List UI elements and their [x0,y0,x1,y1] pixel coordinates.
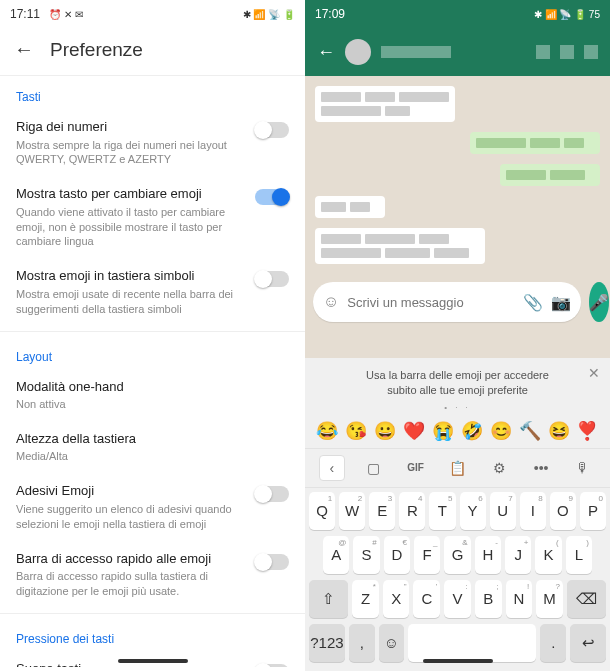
key-j[interactable]: J+ [505,536,531,574]
toggle[interactable] [255,486,289,502]
key-l[interactable]: L) [566,536,592,574]
message-in [315,196,385,218]
key-u[interactable]: U7 [490,492,516,530]
key-x[interactable]: X" [383,580,410,618]
emoji-icon[interactable]: ☺ [323,293,339,311]
symbols-key[interactable]: ?123 [309,624,345,662]
key-q[interactable]: Q1 [309,492,335,530]
key-h[interactable]: H- [475,536,501,574]
emoji-item[interactable]: 😆 [548,420,570,442]
key-t[interactable]: T5 [429,492,455,530]
section-pressione: Pressione dei tasti [0,618,305,652]
space-key[interactable] [408,624,536,662]
chat-header: ← [305,28,610,76]
key-v[interactable]: V: [444,580,471,618]
row-title: Riga dei numeri [16,118,247,136]
emoji-item[interactable]: 😂 [316,420,338,442]
enter-key[interactable]: ↩ [570,624,606,662]
toggle[interactable] [255,271,289,287]
attach-icon[interactable]: 📎 [523,293,543,312]
shift-key[interactable]: ⇧ [309,580,348,618]
emoji-item[interactable]: 😭 [432,420,454,442]
key-a[interactable]: A@ [323,536,349,574]
more-icon[interactable]: ••• [528,455,554,481]
key-d[interactable]: D€ [384,536,410,574]
row-sub: Quando viene attivato il tasto per cambi… [16,205,247,250]
key-c[interactable]: C' [413,580,440,618]
key-o[interactable]: O9 [550,492,576,530]
key-p[interactable]: P0 [580,492,606,530]
mic-icon[interactable]: 🎙 [570,455,596,481]
toggle[interactable] [255,122,289,138]
emoji-item[interactable]: 🔨 [519,420,541,442]
key-b[interactable]: B; [475,580,502,618]
back-icon[interactable]: ← [317,42,335,63]
row-emoji-quickbar[interactable]: Barra di accesso rapido alle emoji Barra… [0,542,305,609]
toggle[interactable] [255,554,289,570]
key-k[interactable]: K( [535,536,561,574]
camera-icon[interactable]: 📷 [551,293,571,312]
key-s[interactable]: S# [353,536,379,574]
key-e[interactable]: E3 [369,492,395,530]
status-time: 17:11 [10,7,40,21]
row-title: Mostra tasto per cambiare emoji [16,185,247,203]
close-icon[interactable]: ✕ [588,364,600,384]
header: ← Preferenze [0,28,305,76]
row-riga-numeri[interactable]: Riga dei numeri Mostra sempre la riga de… [0,110,305,177]
sticker-icon[interactable]: ▢ [361,455,387,481]
row-emoji-stickers[interactable]: Adesivi Emoji Viene suggerito un elenco … [0,474,305,541]
gif-button[interactable]: GIF [403,455,429,481]
key-n[interactable]: N! [506,580,533,618]
emoji-item[interactable]: 🤣 [461,420,483,442]
keyboard-panel: Usa la barra delle emoji per accedere su… [305,358,610,671]
chat-title-blurred [381,46,451,58]
emoji-item[interactable]: 😘 [345,420,367,442]
row-kbheight[interactable]: Altezza della tastiera Media/Alta [0,422,305,474]
row-title: Barra di accesso rapido alle emoji [16,550,247,568]
back-icon[interactable]: ← [14,38,34,61]
toggle[interactable] [255,189,289,205]
nav-handle[interactable] [423,659,493,663]
nav-handle[interactable] [118,659,188,663]
key-w[interactable]: W2 [339,492,365,530]
gear-icon[interactable]: ⚙ [486,455,512,481]
key-r[interactable]: R4 [399,492,425,530]
row-title: Mostra emoji in tastiera simboli [16,267,247,285]
tip-dots: • · · [305,403,610,416]
section-layout: Layout [0,336,305,370]
avatar[interactable] [345,39,371,65]
row-emoji-key[interactable]: Mostra tasto per cambiare emoji Quando v… [0,177,305,259]
emoji-item[interactable]: ❣️ [576,420,598,442]
key-y[interactable]: Y6 [460,492,486,530]
chevron-left-icon[interactable]: ‹ [319,455,345,481]
clipboard-icon[interactable]: 📋 [444,455,470,481]
row-sub: Mostra emoji usate di recente nella barr… [16,287,247,317]
page-title: Preferenze [50,39,143,61]
key-m[interactable]: M? [536,580,563,618]
row-emoji-symbols[interactable]: Mostra emoji in tastiera simboli Mostra … [0,259,305,326]
mic-button[interactable]: 🎤 [589,282,609,322]
message-input-bar: ☺ 📎 📷 [313,282,581,322]
row-onehand[interactable]: Modalità one-hand Non attiva [0,370,305,422]
period-key[interactable]: . [540,624,566,662]
key-g[interactable]: G& [444,536,470,574]
message-input[interactable] [347,295,515,310]
emoji-item[interactable]: ❤️ [403,420,425,442]
backspace-key[interactable]: ⌫ [567,580,606,618]
key-i[interactable]: I8 [520,492,546,530]
menu-icon[interactable] [584,45,598,59]
row-title: Altezza della tastiera [16,430,281,448]
key-z[interactable]: Z* [352,580,379,618]
emoji-key[interactable]: ☺ [379,624,405,662]
call-icon[interactable] [560,45,574,59]
emoji-item[interactable]: 😀 [374,420,396,442]
message-in [315,86,455,122]
status-icons-right: ✱ 📶 📡 🔋 [243,9,295,20]
key-f[interactable]: F_ [414,536,440,574]
toggle[interactable] [255,664,289,667]
comma-key[interactable]: , [349,624,375,662]
emoji-item[interactable]: 😊 [490,420,512,442]
row-sub: Non attiva [16,397,281,412]
video-icon[interactable] [536,45,550,59]
row-sub: Media/Alta [16,449,281,464]
